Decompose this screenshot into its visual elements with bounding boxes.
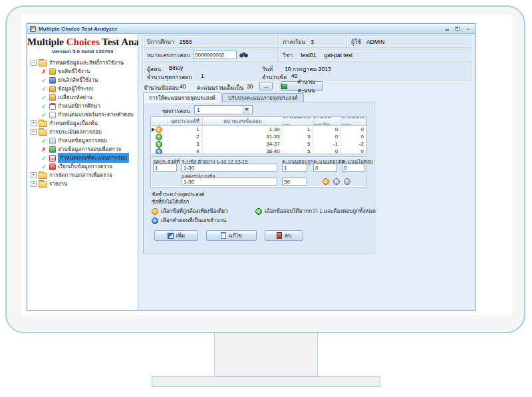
calculate-score-button[interactable]: คำนวณคะแนน [281, 81, 323, 91]
check-icon [41, 155, 47, 162]
main-panel: ปีการศึกษา 2556 ภาคเรียน 3 ผู้ใช้ ADMIN [138, 34, 475, 310]
user-icon [49, 86, 56, 92]
cross-icon [41, 68, 47, 75]
tree-item-exam-data[interactable]: กำหนดข้อมูลการสอบ [27, 136, 138, 145]
instructor-value: Binoy [169, 65, 183, 71]
monitor-screen: Multiple Choice Test Analyzer × Multiple… [21, 15, 512, 315]
subject-name: gat-pat test [324, 52, 352, 59]
calendar-icon [49, 103, 56, 110]
sidebar: Multiple Choices Test Analyzer Version 5… [27, 34, 138, 310]
user-field: ผู้ใช้ ADMIN [347, 36, 471, 47]
tree-folder-basic-data[interactable]: กำหนดข้อมูลเบื้องต้น [27, 119, 138, 128]
tab-adjust-score-by-objective[interactable]: ปรับปรุงคะแนนรายจุดประสงค์ [222, 93, 304, 102]
table-row[interactable]: G 1 1-30 1 0 0 [151, 126, 366, 133]
tree-item-academic-year[interactable]: กำหนดปีการศึกษา [27, 102, 138, 110]
folder-icon [39, 61, 47, 66]
check-icon [41, 94, 47, 101]
current-row-icon [152, 128, 155, 132]
collapse-icon[interactable] [31, 129, 37, 135]
check-icon [41, 164, 47, 170]
tree-item-change-password[interactable]: เปลี่ยนรหัสผ่าน [27, 93, 138, 102]
more-button[interactable]: ... [259, 82, 273, 90]
full-score-label: คะแนนรวมเต็มเป็น [197, 83, 243, 92]
total-items-value: 40 [180, 83, 186, 90]
legend-single-answer: G เลือกข้อที่ถูกต้องเพียงข้อเดียว [152, 207, 227, 215]
edit-button[interactable]: แก้ไข [206, 230, 257, 241]
monitor-stand-neck [214, 333, 318, 376]
expand-icon[interactable] [31, 120, 37, 126]
key-icon [49, 68, 56, 75]
wrong-score-input[interactable] [313, 164, 337, 172]
tree-folder-documents[interactable]: การจัดการเอกสารเพื่อตรวจ [27, 171, 138, 180]
delete-button[interactable]: ลบ [265, 230, 303, 241]
check-icon [41, 112, 47, 118]
app-logo: Multiple Choices Test Analyzer Version 5… [27, 34, 138, 55]
tree-item-request-rights[interactable]: ขอสิทธิ์ใช้งาน [27, 67, 138, 76]
tree-item-revoke-rights[interactable]: ยกเลิกสิทธิ์ใช้งาน [27, 76, 138, 84]
titlebar[interactable]: Multiple Choice Test Analyzer × [27, 24, 475, 34]
check-icon [41, 103, 47, 110]
collapse-icon[interactable] [31, 60, 37, 66]
academic-year-value: 2556 [180, 39, 192, 45]
blank-score-input[interactable] [342, 164, 364, 172]
edit-icon [221, 232, 226, 239]
type-s-icon: S [156, 134, 162, 140]
restore-button[interactable] [453, 25, 462, 33]
subject-field: วิชา test01 gat-pat test [279, 49, 471, 61]
type-s-button[interactable]: S [344, 178, 350, 185]
user-icon [49, 77, 56, 84]
tree-item-collect-results[interactable]: เรียกเก็บข้อมูลการตรวจ [27, 162, 138, 171]
check-icon [41, 77, 47, 84]
subject-code: test01 [301, 52, 316, 59]
import-icon [49, 164, 56, 170]
pattern-input[interactable] [182, 178, 277, 186]
exam-set-select[interactable]: 1 [194, 105, 253, 114]
tree-item-user-data[interactable]: ข้อมูลผู้ใช้ระบบ [27, 84, 138, 93]
items-input[interactable] [182, 164, 277, 172]
binoculars-icon[interactable] [239, 52, 248, 58]
tree-folder-evaluation[interactable]: การประเมินผลการสอบ [27, 128, 138, 136]
folder-icon [39, 130, 47, 136]
user-value: ADMIN [366, 39, 384, 45]
tree-folder-permissions[interactable]: กำหนดข้อมูลและสิทธิ์การใช้งาน [27, 59, 138, 67]
tree-item-score-criteria[interactable]: กำหนดเกณฑ์คะแนนการสอบ [27, 154, 138, 162]
type-g-button[interactable]: G [323, 178, 329, 185]
expand-icon[interactable] [31, 172, 37, 178]
exam-set-label: ชุดการสอบ [162, 106, 190, 116]
objective-score-panel: ชุดการสอบ 1 จุดประสงค์ที่ หมายเลขข [143, 102, 374, 253]
minimize-button[interactable] [442, 25, 451, 33]
legend-multi-answer: S เลือกข้อสอบได้มากกว่า 1 และต้องตอบถูกท… [255, 207, 376, 215]
total-items-label: จำนวนข้อสอบ [144, 83, 179, 92]
pattern-total-input[interactable] [282, 178, 307, 186]
chevron-down-icon [243, 106, 250, 114]
tab-score-by-objective[interactable]: การให้คะแนนรายจุดประสงค์ [143, 92, 221, 102]
note-unselected-items: ข้อที่ยังไม่ได้เลือก [152, 198, 189, 205]
type-n-icon: N [156, 148, 162, 155]
restore-icon [455, 27, 460, 31]
type-s-icon: S [156, 141, 162, 148]
score-icon [49, 155, 56, 162]
expand-icon[interactable] [31, 181, 37, 187]
type-n-button[interactable]: N [333, 178, 340, 185]
scanner-icon [49, 146, 56, 153]
objective-input[interactable] [153, 164, 177, 172]
check-icon [41, 86, 47, 92]
tree-folder-reports[interactable]: รายงาน [27, 180, 138, 188]
exam-number-field: หมายเลขการสอบ [143, 49, 277, 61]
monitor-frame: Multiple Choice Test Analyzer × Multiple… [5, 5, 525, 333]
form-icon [49, 112, 56, 118]
full-score-value: 30 [247, 83, 253, 90]
correct-score-input[interactable] [282, 164, 307, 172]
exam-number-input[interactable] [193, 51, 237, 59]
folder-icon [39, 173, 47, 179]
table-row[interactable]: N 4 38-40 5 0 0 [151, 148, 366, 154]
set-count-value: 1 [201, 72, 204, 79]
app-icon [30, 26, 36, 32]
table-row[interactable]: S 2 31-33 3 0 0 [151, 133, 366, 140]
check-icon [41, 138, 47, 144]
table-row[interactable]: S 3 34-37 5 -1 -2 [151, 140, 366, 148]
add-button[interactable]: เพิ่ม [154, 230, 198, 241]
objectives-table: จุดประสงค์ที่ หมายเลขข้อสอบ คะแนนตอบถูก … [150, 116, 367, 154]
close-button[interactable]: × [464, 25, 472, 33]
tree-item-answer-form[interactable]: กำหนดแบบฟอร์มกระดาษคำตอบ [27, 110, 138, 119]
